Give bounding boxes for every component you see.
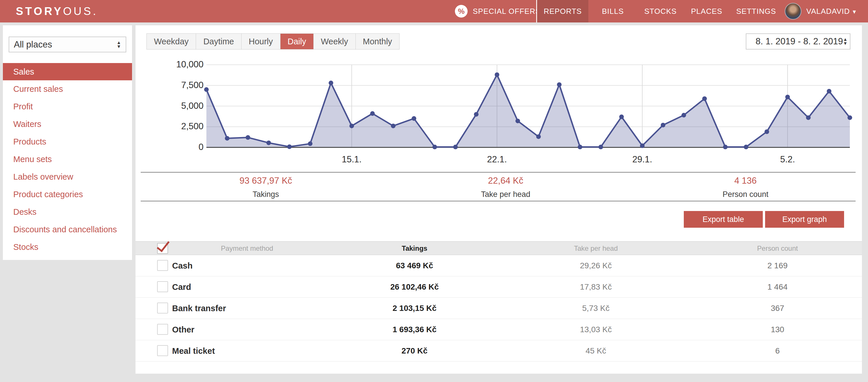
top-navigation: STORYOUS. % SPECIAL OFFERS REPORTS BILLS… [0,0,868,23]
select-all-checkbox[interactable] [157,243,168,254]
stat-label: Person count [722,190,768,199]
sidebar: All places Sales Current sales Profit Wa… [3,25,132,260]
avatar[interactable] [785,3,801,20]
takings-cell: 1 693,36 Kč [393,319,437,340]
nav-bills[interactable]: BILLS [602,0,624,23]
table-row: Other 1 693,36 Kč 13,03 Kč 130 [135,319,862,340]
stat-label: Take per head [481,190,530,199]
person-count-cell: 1 464 [767,276,787,298]
person-count-cell: 2 169 [767,255,787,276]
y-axis-tick: 0 [140,142,204,152]
summary-divider-top [141,172,856,173]
stat-label: Takings [240,190,292,199]
payment-method-cell: Meal ticket [172,340,215,361]
y-axis-tick: 5,000 [140,101,204,111]
stat-value: 22,64 Kč [481,176,530,186]
sidebar-item[interactable]: Current sales [3,80,132,98]
x-axis-tick: 5.2. [780,154,795,165]
person-count-cell: 6 [775,340,780,361]
y-axis-tick: 7,500 [140,80,204,91]
stat-value: 93 637,97 Kč [240,176,292,186]
summary-stat: 4 136 Person count [722,176,768,199]
table-row: Bank transfer 2 103,15 Kč 5,73 Kč 367 [135,298,862,319]
takings-cell: 270 Kč [402,340,428,361]
payment-method-cell: Card [172,276,191,298]
row-checkbox[interactable] [157,324,168,335]
caret-down-icon: ▾ [853,8,856,15]
nav-settings[interactable]: SETTINGS [736,0,776,23]
person-count-cell: 130 [771,319,784,340]
column-header-person-count: Person count [757,242,798,255]
row-checkbox[interactable] [157,281,168,292]
sidebar-item[interactable]: Labels overview [3,168,132,186]
logo-light: OUS. [63,5,98,17]
sidebar-menu: Sales Current sales Profit Waiters Produ… [3,63,132,256]
sidebar-item[interactable]: Menu sets [3,150,132,168]
sidebar-item[interactable]: Stocks [3,238,132,256]
payment-method-cell: Bank transfer [172,298,226,319]
x-axis-tick: 29.1. [632,154,652,165]
user-menu[interactable]: VALADAVID▾ [806,0,856,23]
sidebar-item[interactable]: Desks [3,203,132,221]
column-header-payment-method: Payment method [221,242,273,255]
table-row: Meal ticket 270 Kč 45 Kč 6 [135,340,862,361]
takings-cell: 2 103,15 Kč [393,298,437,319]
row-checkbox[interactable] [157,303,168,313]
sidebar-item[interactable]: Profit [3,98,132,115]
summary-divider-bottom [141,201,856,202]
table-row: Card 26 102,46 Kč 17,83 Kč 1 464 [135,276,862,298]
column-header-takings: Takings [402,242,428,255]
column-header-take-per-head: Take per head [574,242,618,255]
row-checkbox[interactable] [157,345,168,356]
sidebar-item[interactable]: Products [3,133,132,150]
sidebar-item[interactable]: Waiters [3,115,132,133]
nav-special-offers[interactable]: SPECIAL OFFERS [473,0,541,23]
stat-value: 4 136 [722,176,768,186]
y-axis-tick: 10,000 [140,59,204,70]
takings-chart: 02,5005,0007,50010,000 15.1.22.1.29.1.5.… [135,25,862,175]
sidebar-item[interactable]: Sales [3,63,132,80]
sidebar-item[interactable]: Product categories [3,186,132,203]
export-graph-button[interactable]: Export graph [765,211,844,228]
payment-method-cell: Other [172,319,194,340]
place-filter-value: All places [14,39,52,50]
x-axis-tick: 22.1. [487,154,507,165]
row-checkbox[interactable] [157,260,168,271]
user-name: VALADAVID [806,7,850,15]
storyous-logo[interactable]: STORYOUS. [16,5,98,18]
percent-badge-icon: % [455,5,468,18]
x-axis-tick: 15.1. [342,154,362,165]
take-per-head-cell: 29,26 Kč [580,255,612,276]
y-axis-tick: 2,500 [140,121,204,132]
payment-method-cell: Cash [172,255,192,276]
nav-places[interactable]: PLACES [691,0,722,23]
select-spinner-icon [117,41,121,49]
take-per-head-cell: 45 Kč [586,340,606,361]
nav-stocks[interactable]: STOCKS [644,0,677,23]
person-count-cell: 367 [771,298,784,319]
takings-cell: 26 102,46 Kč [390,276,439,298]
export-table-button[interactable]: Export table [684,211,763,228]
take-per-head-cell: 13,03 Kč [580,319,612,340]
table-header: Payment method Takings Take per head Per… [135,241,862,255]
takings-cell: 63 469 Kč [396,255,433,276]
summary-stat: 22,64 Kč Take per head [481,176,530,199]
take-per-head-cell: 17,83 Kč [580,276,612,298]
summary-stat: 93 637,97 Kč Takings [240,176,292,199]
take-per-head-cell: 5,73 Kč [582,298,610,319]
area-chart [135,25,862,175]
payment-methods-table: Cash 63 469 Kč 29,26 Kč 2 169 Card 26 10… [135,255,862,361]
logo-bold: STORY [16,5,63,17]
nav-reports[interactable]: REPORTS [537,0,588,23]
main-panel: Weekday Daytime Hourly Daily Weekly Mont… [135,25,862,374]
table-row: Cash 63 469 Kč 29,26 Kč 2 169 [135,255,862,276]
sidebar-item[interactable]: Discounts and cancellations [3,221,132,238]
place-filter-select[interactable]: All places [9,37,126,53]
